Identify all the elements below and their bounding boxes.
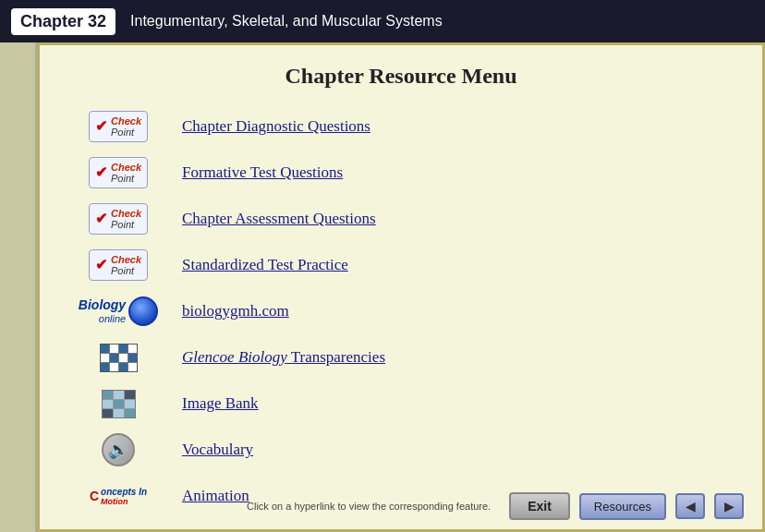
list-item: 🔊 Vocabulary bbox=[67, 429, 735, 471]
page-title: Chapter Resource Menu bbox=[67, 64, 735, 89]
main-area: Chapter Resource Menu ✔ Check Point Chap… bbox=[0, 42, 765, 532]
checkpoint-icon-3: ✔ Check Point bbox=[67, 201, 169, 236]
content-panel: Chapter Resource Menu ✔ Check Point Chap… bbox=[37, 42, 765, 532]
imagebank-icon bbox=[67, 386, 169, 421]
checkmark-icon: ✔ bbox=[95, 212, 107, 226]
diagnostic-link[interactable]: Chapter Diagnostic Questions bbox=[182, 117, 370, 136]
exit-button[interactable]: Exit bbox=[509, 492, 570, 520]
transparency-icon bbox=[67, 340, 169, 375]
vocabulary-link[interactable]: Vocabulary bbox=[182, 441, 253, 459]
menu-items: ✔ Check Point Chapter Diagnostic Questio… bbox=[67, 105, 735, 517]
speaker-symbol: 🔊 bbox=[102, 433, 135, 466]
globe-icon bbox=[128, 296, 158, 326]
assessment-link[interactable]: Chapter Assessment Questions bbox=[182, 210, 376, 228]
back-button[interactable]: ◀ bbox=[675, 493, 705, 519]
list-item: ✔ Check Point Formative Test Questions bbox=[67, 151, 735, 194]
list-item: ✔ Check Point Chapter Diagnostic Questio… bbox=[67, 105, 735, 148]
checkmark-icon: ✔ bbox=[95, 119, 107, 134]
list-item: Glencoe Biology Transparencies bbox=[67, 336, 735, 379]
resources-button[interactable]: Resources bbox=[579, 493, 666, 520]
imgbank-grid-icon bbox=[102, 390, 136, 418]
transparencies-link[interactable]: Glencoe Biology Transparencies bbox=[182, 348, 385, 367]
imagebank-link[interactable]: Image Bank bbox=[182, 394, 259, 413]
checkpoint-icon-1: ✔ Check Point bbox=[67, 109, 169, 144]
bottom-note: Click on a hyperlink to view the corresp… bbox=[58, 501, 500, 512]
bottom-area: Click on a hyperlink to view the corresp… bbox=[58, 492, 744, 520]
chapter-label: Chapter 32 bbox=[11, 8, 115, 35]
biology-link[interactable]: biologygmh.com bbox=[182, 302, 289, 320]
biology-online-icon: Biology online bbox=[67, 294, 169, 329]
header-title: Integumentary, Skeletal, and Muscular Sy… bbox=[130, 13, 443, 30]
checkpoint-icon-2: ✔ Check Point bbox=[67, 155, 169, 190]
header: Chapter 32 Integumentary, Skeletal, and … bbox=[0, 0, 765, 42]
sidebar bbox=[0, 42, 37, 532]
standardized-link[interactable]: Standardized Test Practice bbox=[182, 256, 348, 274]
list-item: ✔ Check Point Standardized Test Practice bbox=[67, 244, 735, 286]
list-item: Image Bank bbox=[67, 382, 735, 425]
forward-button[interactable]: ▶ bbox=[714, 493, 744, 519]
checkpoint-icon-4: ✔ Check Point bbox=[67, 248, 169, 283]
grid-icon bbox=[100, 344, 138, 372]
list-item: Biology online biologygmh.com bbox=[67, 290, 735, 332]
checkmark-icon: ✔ bbox=[95, 258, 107, 272]
speaker-icon: 🔊 bbox=[67, 432, 169, 467]
checkmark-icon: ✔ bbox=[95, 165, 107, 180]
list-item: ✔ Check Point Chapter Assessment Questio… bbox=[67, 198, 735, 240]
formative-link[interactable]: Formative Test Questions bbox=[182, 163, 343, 182]
